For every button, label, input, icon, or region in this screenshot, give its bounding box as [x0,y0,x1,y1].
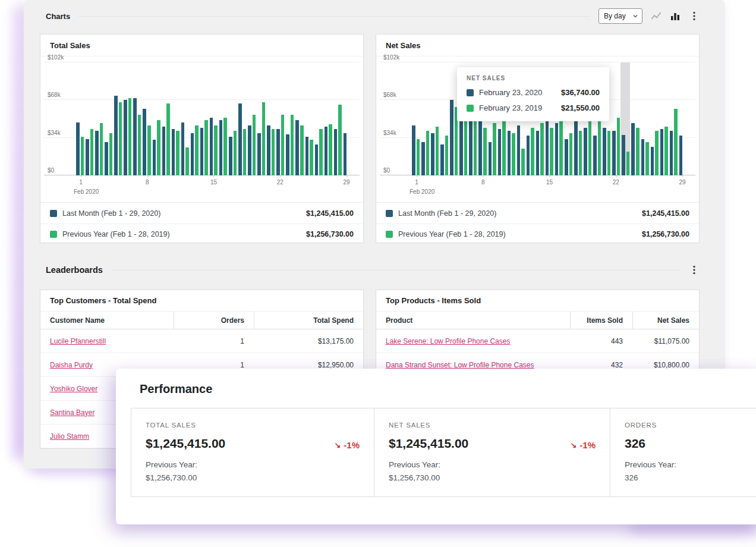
bar-group-day-25[interactable] [641,62,649,175]
bar-group-day-29[interactable] [344,62,351,175]
column-header-items-sold[interactable]: Items Sold [570,312,632,329]
bar-group-day-27[interactable] [660,62,668,175]
bar-current-period [508,131,511,175]
bar-group-day-3[interactable] [431,62,439,175]
customer-link[interactable]: Lucile Pfannerstill [50,337,106,345]
bar-group-day-1[interactable] [76,62,84,175]
bar-previous-period [128,98,132,175]
bar-group-day-21[interactable] [267,62,275,175]
bar-group-day-3[interactable] [95,62,103,175]
bar-current-period [276,129,280,175]
bar-group-day-10[interactable] [162,62,170,175]
interval-select[interactable]: By day [598,8,642,24]
chart-bars [76,62,351,175]
column-header-orders[interactable]: Orders [174,312,254,329]
bar-group-day-16[interactable] [219,62,227,175]
bar-group-day-7[interactable] [133,62,141,175]
series-current-color-swatch [50,210,57,217]
bar-current-period [286,134,289,175]
column-header-customer-name[interactable]: Customer Name [40,312,174,329]
previous-value: 326 [625,471,755,485]
leaderboards-menu-button[interactable] [689,265,700,275]
bar-group-day-26[interactable] [315,62,323,175]
x-axis-month-label: Feb 2020 [74,188,99,195]
bar-current-period [305,137,309,175]
bar-group-day-23[interactable] [622,62,629,175]
bar-group-day-27[interactable] [325,62,332,175]
bar-group-day-22[interactable] [276,62,284,175]
bar-previous-period [272,129,275,175]
bar-previous-period [109,133,113,175]
bar-previous-period [636,128,640,175]
bar-group-day-17[interactable] [229,62,237,175]
bar-group-day-25[interactable] [305,62,313,175]
legend-label: Previous Year (Feb 1 - 28, 2019) [398,230,506,238]
bar-group-day-28[interactable] [670,62,678,175]
bar-group-day-18[interactable] [238,62,246,175]
stat-value-row: $1,245,415.00↘-1% [146,436,360,451]
bar-group-day-6[interactable] [124,62,131,175]
customer-link[interactable]: Yoshiko Glover [50,385,97,393]
column-header-product[interactable]: Product [376,312,570,329]
legend-item[interactable]: Previous Year (Feb 1 - 28, 2019)$1,256,7… [376,224,699,244]
bar-group-day-23[interactable] [286,62,294,175]
customer-link[interactable]: Daisha Purdy [50,361,93,369]
line-chart-type-button[interactable] [651,11,662,21]
table-header-row: ProductItems SoldNet Sales [376,312,699,329]
bar-group-day-15[interactable] [210,62,218,175]
previous-value: $1,256,730.00 [146,471,360,485]
performance-title: Performance [140,382,212,396]
bar-group-day-1[interactable] [412,62,420,175]
bar-previous-period [234,131,237,175]
legend-item[interactable]: Last Month (Feb 1 - 29, 2020)$1,245,415.… [40,203,363,224]
bar-previous-period [310,140,313,175]
product-link[interactable]: Dana Strand Sunset: Low Profile Phone Ca… [386,361,534,369]
y-axis-tick-label: $34k [383,130,396,136]
bar-group-day-29[interactable] [679,62,687,175]
bar-previous-period [253,115,256,175]
legend-item[interactable]: Previous Year (Feb 1 - 28, 2019)$1,256,7… [40,224,363,244]
bar-group-day-24[interactable] [295,62,303,175]
bar-group-day-12[interactable] [181,62,189,175]
bar-group-day-9[interactable] [153,62,160,175]
charts-section-title: Charts [46,12,70,21]
performance-stats: TOTAL SALES$1,245,415.00↘-1%Previous Yea… [131,408,756,497]
bar-chart-type-button[interactable] [670,11,681,21]
bar-previous-period [90,129,94,175]
charts-menu-button[interactable] [689,11,700,21]
column-header-net-sales[interactable]: Net Sales [632,312,699,329]
performance-stat-total-sales[interactable]: TOTAL SALES$1,245,415.00↘-1%Previous Yea… [131,408,374,496]
bar-group-day-4[interactable] [105,62,112,175]
x-axis-tick-label: 29 [343,179,349,186]
bar-current-period [95,131,99,175]
bar-group-day-14[interactable] [200,62,208,175]
bar-group-day-5[interactable] [114,62,122,175]
bar-group-day-11[interactable] [172,62,179,175]
bar-group-day-26[interactable] [651,62,659,175]
chart-card-title: Net Sales [376,34,699,56]
bar-group-day-28[interactable] [334,62,342,175]
bar-group-day-2[interactable] [421,62,429,175]
bar-group-day-20[interactable] [257,62,265,175]
chart-x-axis: 18152229 [412,179,687,186]
bar-previous-period [579,131,582,175]
bar-current-period [181,122,185,175]
bar-previous-period [81,137,84,175]
bar-group-day-8[interactable] [143,62,150,175]
name-cell: Lake Serene: Low Profile Phone Cases [376,329,570,353]
bar-group-day-4[interactable] [440,62,448,175]
performance-stat-orders[interactable]: ORDERS326Previous Year:326 [610,408,756,496]
customer-link[interactable]: Julio Stamm [50,432,89,441]
section-divider [78,16,590,17]
performance-stat-net-sales[interactable]: NET SALES$1,245,415.00↘-1%Previous Year:… [374,408,610,496]
bar-group-day-2[interactable] [86,62,93,175]
bar-current-period [143,109,146,175]
bar-group-day-19[interactable] [248,62,256,175]
product-link[interactable]: Lake Serene: Low Profile Phone Cases [386,337,510,345]
bar-group-day-24[interactable] [631,62,639,175]
bar-group-day-13[interactable] [191,62,199,175]
column-header-total-spend[interactable]: Total Spend [254,312,363,329]
bar-group-day-22[interactable] [612,62,620,175]
customer-link[interactable]: Santina Bayer [50,408,94,417]
legend-item[interactable]: Last Month (Feb 1 - 29, 2020)$1,245,415.… [376,203,699,224]
